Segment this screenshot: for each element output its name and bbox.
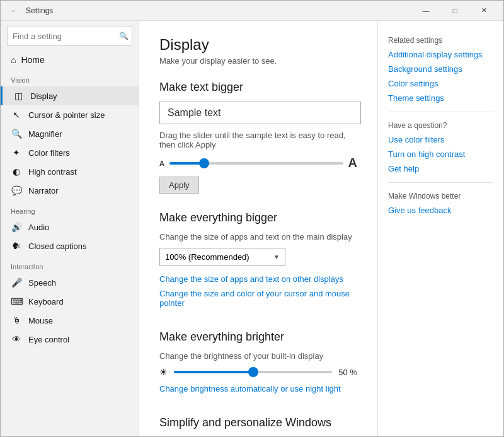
related-settings-title: Related settings (388, 36, 493, 45)
sidebar-label-mouse: Mouse (28, 316, 53, 325)
related-link-color[interactable]: Color settings (388, 79, 493, 88)
narrator-icon: 💬 (11, 185, 22, 195)
sidebar-section-hearing: Hearing (1, 200, 139, 218)
apply-button[interactable]: Apply (159, 177, 199, 194)
sidebar-item-magnifier[interactable]: 🔍 Magnifier (1, 124, 139, 143)
question-link-colorfilters[interactable]: Use color filters (388, 135, 493, 144)
titlebar: ← Settings — □ ✕ (1, 1, 503, 21)
brightness-slider[interactable] (174, 371, 332, 373)
section-everything-bigger: Make everything bigger Change the size o… (159, 211, 357, 313)
sidebar-item-display[interactable]: ◫ Display (1, 86, 139, 105)
cursor-icon: ↖ (11, 110, 22, 120)
sidebar-label-closedcaptions: Closed captions (28, 242, 87, 251)
audio-icon: 🔊 (11, 222, 22, 232)
sidebar-label-speech: Speech (28, 278, 56, 288)
size-dropdown[interactable]: 100% (Recommended) ▼ (159, 248, 285, 266)
question-link-gethelp[interactable]: Get help (388, 164, 493, 173)
sidebar-label-magnifier: Magnifier (28, 129, 62, 139)
dropdown-arrow-icon: ▼ (273, 253, 280, 260)
slider-small-label: A (159, 160, 164, 167)
sidebar-label-colorfilters: Color filters (28, 148, 70, 158)
sidebar-item-eyecontrol[interactable]: 👁 Eye control (1, 330, 139, 349)
sidebar-item-mouse[interactable]: 🖰 Mouse (1, 311, 139, 330)
night-light-link[interactable]: Change brightness automatically or use n… (159, 384, 341, 393)
feedback-title: Make Windows better (388, 192, 493, 201)
speech-icon: 🎤 (11, 277, 22, 288)
sidebar-search-container: 🔍 (7, 26, 132, 46)
keyboard-icon: ⌨ (11, 296, 22, 306)
cursor-size-link[interactable]: Change the size and color of your cursor… (159, 289, 357, 308)
brighter-desc: Change the brightness of your built-in d… (159, 351, 357, 361)
sidebar-item-colorfilters[interactable]: ✦ Color filters (1, 143, 139, 162)
search-input[interactable] (7, 26, 132, 46)
section-text-bigger-title: Make text bigger (159, 81, 357, 94)
search-icon: 🔍 (119, 32, 129, 40)
slider-thumb[interactable] (199, 158, 209, 168)
sidebar-item-narrator[interactable]: 💬 Narrator (1, 181, 139, 200)
other-displays-link[interactable]: Change the size of apps and text on othe… (159, 274, 343, 284)
brightness-slider-row: ☀ 50 % (159, 367, 357, 377)
feedback-link[interactable]: Give us feedback (388, 206, 493, 215)
everything-bigger-desc: Change the size of apps and text on the … (159, 232, 357, 242)
page-title: Display (159, 36, 357, 54)
related-link-background[interactable]: Background settings (388, 64, 493, 74)
sidebar-item-keyboard[interactable]: ⌨ Keyboard (1, 292, 139, 311)
question-link-highcontrast[interactable]: Turn on high contrast (388, 149, 493, 159)
slider-large-label: A (348, 156, 357, 170)
related-link-display[interactable]: Additional display settings (388, 50, 493, 59)
sidebar-label-cursor: Cursor & pointer size (28, 110, 105, 120)
sidebar-item-home[interactable]: ⌂ Home (1, 51, 139, 69)
home-icon: ⌂ (11, 55, 16, 65)
sidebar: 🔍 ⌂ Home Vision ◫ Display ↖ Cursor & poi… (1, 21, 139, 436)
back-button[interactable]: ← (6, 2, 23, 20)
home-label: Home (21, 55, 44, 65)
section-personalize: Simplify and personalize Windows Show an… (159, 416, 357, 436)
text-size-slider[interactable] (169, 162, 343, 165)
minimize-button[interactable]: — (411, 1, 440, 21)
sidebar-item-speech[interactable]: 🎤 Speech (1, 273, 139, 292)
sidebar-label-display: Display (30, 91, 57, 101)
mouse-icon: 🖰 (11, 315, 22, 325)
titlebar-title: Settings (26, 6, 53, 15)
sidebar-label-highcontrast: High contrast (28, 167, 77, 177)
right-panel: Related settings Additional display sett… (377, 21, 503, 436)
sidebar-label-narrator: Narrator (28, 186, 59, 195)
colorfilters-icon: ✦ (11, 148, 22, 158)
brightness-fill (174, 371, 253, 373)
sun-icon: ☀ (159, 367, 168, 377)
sidebar-item-highcontrast[interactable]: ◐ High contrast (1, 162, 139, 181)
magnifier-icon: 🔍 (11, 129, 22, 139)
section-brighter: Make everything brighter Change the brig… (159, 330, 357, 399)
sidebar-label-keyboard: Keyboard (28, 297, 64, 306)
section-personalize-title: Simplify and personalize Windows (159, 416, 357, 429)
window-controls: — □ ✕ (411, 1, 498, 21)
brightness-thumb[interactable] (248, 367, 258, 377)
close-button[interactable]: ✕ (469, 1, 498, 21)
main-content: Display Make your display easier to see.… (139, 21, 377, 436)
slider-drag-desc: Drag the slider until the sample text is… (159, 131, 357, 149)
settings-window: ← Settings — □ ✕ 🔍 ⌂ Home Vision ◫ Displ… (0, 0, 504, 437)
sidebar-item-audio[interactable]: 🔊 Audio (1, 218, 139, 236)
sidebar-item-cursor[interactable]: ↖ Cursor & pointer size (1, 105, 139, 124)
captions-icon: 🗣 (11, 241, 22, 251)
brightness-percent: 50 % (338, 368, 357, 377)
sidebar-label-eyecontrol: Eye control (28, 335, 69, 344)
dropdown-value: 100% (Recommended) (165, 252, 249, 262)
text-size-slider-row: A A (159, 156, 357, 170)
right-divider-2 (388, 182, 493, 183)
sidebar-section-interaction: Interaction (1, 255, 139, 273)
sidebar-section-vision: Vision (1, 69, 139, 86)
sample-text-box: Sample text (159, 102, 361, 124)
related-link-theme[interactable]: Theme settings (388, 93, 493, 103)
highcontrast-icon: ◐ (11, 166, 22, 177)
page-subtitle: Make your display easier to see. (159, 56, 357, 66)
content-area: 🔍 ⌂ Home Vision ◫ Display ↖ Cursor & poi… (1, 21, 503, 436)
section-brighter-title: Make everything brighter (159, 330, 357, 344)
section-text-bigger: Make text bigger Sample text Drag the sl… (159, 81, 357, 194)
maximize-button[interactable]: □ (440, 1, 469, 21)
right-divider-1 (388, 112, 493, 112)
sidebar-label-audio: Audio (28, 223, 49, 232)
sidebar-item-closedcaptions[interactable]: 🗣 Closed captions (1, 236, 139, 255)
section-everything-bigger-title: Make everything bigger (159, 211, 357, 224)
display-icon: ◫ (13, 91, 24, 101)
